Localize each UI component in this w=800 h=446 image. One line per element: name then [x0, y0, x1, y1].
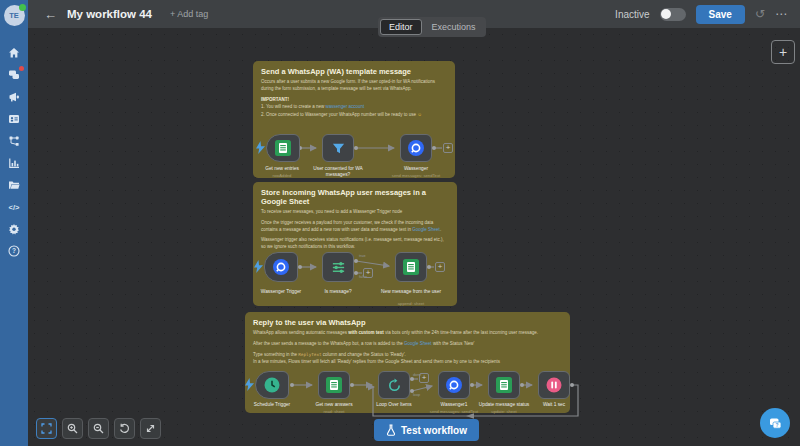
note-paragraph: After the user sends a message to the Wh…	[253, 341, 562, 348]
sidebar-item-contacts[interactable]	[0, 108, 28, 130]
trigger-bolt-icon	[254, 260, 263, 273]
workflow-network-icon	[8, 135, 20, 147]
note-list-item-1: 1. You will need to create a new wasseng…	[261, 104, 447, 111]
test-workflow-button[interactable]: Test workflow	[374, 419, 479, 441]
node-label: Get new entries	[250, 166, 314, 172]
note-paragraph: Once the trigger receives a payload from…	[261, 220, 449, 234]
svg-text:?: ?	[775, 422, 778, 427]
node-new-message-from-user[interactable]	[395, 252, 427, 282]
zoom-out-button[interactable]	[88, 418, 109, 439]
canvas-zoom-controls	[36, 418, 161, 439]
google-sheets-icon	[496, 377, 512, 393]
node-wassenger-trigger[interactable]	[264, 252, 298, 282]
undo-reset-icon	[119, 423, 130, 434]
wassenger-account-link[interactable]: wassenger account	[326, 104, 365, 109]
help-icon: ?	[8, 245, 20, 257]
sidebar-item-insights[interactable]	[0, 152, 28, 174]
google-sheets-icon	[326, 377, 342, 393]
chat-bubbles-icon	[8, 69, 20, 81]
node-get-new-entries[interactable]	[266, 134, 300, 162]
sidebar-item-workflows[interactable]	[0, 130, 28, 152]
node-get-new-answers[interactable]	[318, 371, 350, 399]
google-sheet-link[interactable]: Google Sheet	[412, 227, 440, 232]
add-node-endpoint[interactable]: +	[363, 268, 373, 278]
add-node-button[interactable]: +	[771, 40, 795, 64]
trigger-bolt-icon	[256, 141, 265, 154]
bar-chart-icon	[8, 157, 20, 169]
google-sheets-icon	[403, 259, 419, 275]
node-update-message-status[interactable]	[488, 371, 520, 399]
tidy-up-button[interactable]	[140, 418, 161, 439]
note-important: IMPORTANT!	[261, 97, 447, 104]
save-button[interactable]: Save	[696, 5, 745, 24]
wassenger-icon	[408, 140, 424, 156]
smiley-emoji: ☺	[417, 112, 422, 117]
sidebar-item-chat[interactable]	[0, 64, 28, 86]
node-label: Schedule Trigger	[240, 402, 304, 408]
zoom-to-fit-button[interactable]	[36, 418, 57, 439]
sidebar-item-help[interactable]: ?	[0, 240, 28, 262]
node-loop-over-items[interactable]	[378, 371, 410, 399]
node-wassenger[interactable]	[400, 134, 432, 162]
back-arrow-icon[interactable]: ←	[44, 7, 57, 22]
fit-view-icon	[41, 423, 52, 434]
node-label: Is message?	[306, 289, 370, 295]
note-paragraph: Occurs after a user submits a new Google…	[261, 79, 447, 93]
node-wait-1-sec[interactable]	[538, 371, 570, 399]
note-paragraph: To receive user messages, you need to ad…	[261, 209, 449, 216]
note-title: Send a WhatsApp (WA) template message	[261, 67, 447, 76]
add-node-endpoint[interactable]: +	[419, 373, 429, 383]
avatar[interactable]: TE	[4, 5, 25, 26]
zoom-in-button[interactable]	[62, 418, 83, 439]
node-wassenger1[interactable]	[438, 371, 470, 399]
sidebar-item-templates[interactable]: </>	[0, 196, 28, 218]
code-icon: </>	[9, 203, 20, 212]
add-node-endpoint[interactable]: +	[435, 262, 445, 272]
node-sublabel: send messages: sendText	[384, 173, 448, 178]
node-label: Get new answers	[302, 402, 366, 408]
tab-editor[interactable]: Editor	[380, 19, 422, 35]
workflow-title[interactable]: My workflow 44	[67, 8, 152, 20]
node-is-message[interactable]	[322, 252, 354, 282]
replytext-code: ReplyText	[298, 352, 321, 357]
online-status-dot	[19, 4, 26, 11]
branch-label-loop: loop	[413, 393, 420, 397]
google-sheet-link[interactable]: Google Sheet	[404, 341, 432, 346]
editor-executions-switcher: Editor Executions	[378, 17, 486, 37]
main-sidebar: TE </> ?	[0, 0, 28, 446]
node-sublabel: rowAdded	[250, 173, 314, 178]
note-paragraph: WhatsApp allows sending automatic messag…	[253, 330, 562, 337]
more-options-icon[interactable]: ⋯	[775, 7, 788, 21]
node-user-consented[interactable]	[322, 134, 354, 162]
sidebar-item-settings[interactable]	[0, 218, 28, 240]
flask-icon	[386, 424, 396, 436]
note-paragraph: Type something in the ReplyText column a…	[253, 352, 562, 359]
zoom-out-icon	[93, 423, 104, 434]
help-chat-button[interactable]: ?	[760, 408, 790, 438]
node-schedule-trigger[interactable]	[255, 371, 289, 399]
sidebar-item-home[interactable]	[0, 42, 28, 64]
gear-icon	[8, 223, 20, 235]
home-icon	[8, 47, 20, 59]
note-paragraph: In a few minutes, Flows timer will fetch…	[253, 359, 562, 366]
reset-zoom-button[interactable]	[114, 418, 135, 439]
note-title: Reply to the user via WhatsApp	[253, 318, 562, 327]
add-node-endpoint[interactable]: +	[443, 143, 453, 153]
node-label: New message from the user	[379, 289, 443, 295]
branch-label-true: true	[359, 254, 366, 258]
trigger-bolt-icon	[245, 378, 254, 391]
n8n-workflow-editor: Send a WhatsApp (WA) template message Oc…	[0, 0, 800, 446]
add-tag-button[interactable]: + Add tag	[170, 9, 208, 19]
sidebar-item-projects[interactable]	[0, 174, 28, 196]
node-sublabel: read: sheet	[302, 409, 366, 414]
node-sublabel: append: sheet	[379, 301, 443, 306]
active-status-label: Inactive	[615, 9, 649, 20]
node-label: Wait 1 sec	[522, 402, 586, 408]
sidebar-item-announcements[interactable]	[0, 86, 28, 108]
history-icon[interactable]: ↺	[755, 7, 765, 21]
diagonal-arrows-icon	[145, 423, 156, 434]
tab-executions[interactable]: Executions	[424, 20, 484, 34]
sticky-note-store-messages[interactable]: Store incoming WhatsApp user messages in…	[253, 182, 457, 306]
wassenger-icon	[446, 377, 462, 393]
active-toggle[interactable]	[660, 8, 686, 21]
